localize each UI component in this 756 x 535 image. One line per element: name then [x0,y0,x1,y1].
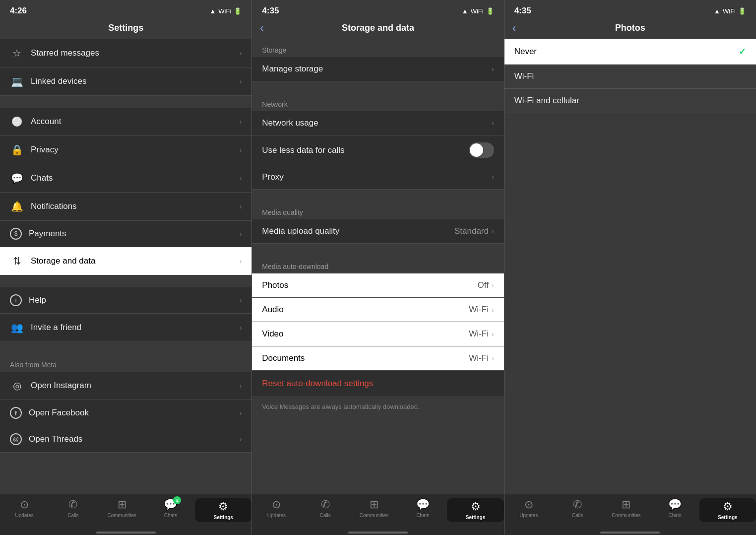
list-item-manage-storage[interactable]: Manage storage › [252,57,504,81]
autodownload-section-label: Media auto-download [252,256,504,273]
list-item-network-usage[interactable]: Network usage › [252,111,504,135]
footer-note: Voice Messages are always automatically … [252,397,504,416]
list-item-starred[interactable]: ☆ Starred messages › [0,39,252,67]
home-indicator-3 [504,532,756,535]
list-item-less-data[interactable]: Use less data for calls [252,135,504,165]
help-icon: i [10,294,22,306]
back-button-3[interactable]: ‹ [512,22,516,35]
list-item-upload-quality[interactable]: Media upload quality Standard › [252,219,504,244]
updates-icon: ⊙ [524,498,533,511]
chevron-icon: › [492,173,494,181]
panel3-content: Never ✓ Wi-Fi Wi-Fi and cellular [504,39,756,494]
chats-badge: 2 [173,496,181,504]
list-item-privacy[interactable]: 🔒 Privacy › [0,136,252,164]
tab-bar-2: ⊙ Updates ✆ Calls ⊞ Communities 💬 Chats … [252,494,504,532]
status-time-1: 4:26 [10,6,27,16]
tab-chats-3[interactable]: 💬 Chats [650,498,699,522]
communities-label: Communities [107,513,136,518]
communities-label: Communities [360,513,388,518]
storage-icon: ⇅ [10,254,24,268]
panel3-title: Photos [615,23,645,33]
list-item-payments[interactable]: $ Payments › [0,221,252,247]
list-item-photos[interactable]: Photos Off › [252,273,504,298]
chevron-icon: › [240,77,242,85]
calls-icon: ✆ [321,498,330,511]
back-button-2[interactable]: ‹ [260,22,263,35]
tab-settings[interactable]: ⚙ Settings [195,498,252,522]
updates-label: Updates [267,513,286,518]
list-item-audio[interactable]: Audio Wi-Fi › [252,298,504,322]
signal-icon: ▲ [462,7,468,15]
tab-calls-3[interactable]: ✆ Calls [553,498,602,522]
signal-icon: ▲ [209,7,216,15]
nav-bar-1: Settings [0,19,252,39]
tab-updates-3[interactable]: ⊙ Updates [504,498,553,522]
updates-label: Updates [519,513,538,518]
battery-icon: 🔋 [486,7,494,15]
wifi-cellular-label: Wi-Fi and cellular [514,96,746,106]
tab-communities-2[interactable]: ⊞ Communities [350,498,398,522]
payments-label: Payments [29,229,240,239]
list-item-video[interactable]: Video Wi-Fi › [252,322,504,346]
updates-icon: ⊙ [20,498,29,511]
chevron-icon: › [492,227,494,235]
tab-chats-2[interactable]: 💬 Chats [398,498,447,522]
settings-icon: ⚙ [723,500,733,513]
status-icons-3: ▲ WiFi 🔋 [714,7,746,15]
list-item-documents[interactable]: Documents Wi-Fi › [252,346,504,371]
network-usage-label: Network usage [262,118,492,128]
chats-icon: 💬 [416,498,430,511]
list-item-facebook[interactable]: f Open Facebook › [0,400,252,426]
list-item-linked[interactable]: 💻 Linked devices › [0,67,252,96]
chevron-icon: › [492,65,494,73]
status-time-3: 4:35 [514,6,531,16]
chevron-icon: › [240,146,242,154]
photos-panel: 4:35 ▲ WiFi 🔋 ‹ Photos Never ✓ Wi-Fi Wi-… [504,0,756,535]
list-item-proxy[interactable]: Proxy › [252,165,504,190]
tab-chats[interactable]: 💬2 Chats [146,498,195,522]
option-never[interactable]: Never ✓ [504,39,756,65]
status-bar-2: 4:35 ▲ WiFi 🔋 [252,0,504,19]
list-item-threads[interactable]: @ Open Threads › [0,426,252,453]
chevron-icon: › [492,306,494,314]
invite-icon: 👥 [10,321,24,334]
option-wifi-cellular[interactable]: Wi-Fi and cellular [504,89,756,113]
tab-settings-2[interactable]: ⚙ Settings [447,498,504,522]
list-item-notifications[interactable]: 🔔 Notifications › [0,193,252,221]
less-data-toggle[interactable] [469,142,494,158]
chevron-icon: › [492,119,494,127]
tab-bar-1: ⊙ Updates ✆ Calls ⊞ Communities 💬2 Chats… [0,494,252,532]
settings-icon: ⚙ [471,500,481,513]
list-item-invite[interactable]: 👥 Invite a friend › [0,314,252,342]
chevron-icon: › [492,354,494,362]
settings-tab-label: Settings [718,515,737,520]
audio-value: Wi-Fi [469,305,489,315]
home-indicator-1 [0,532,252,535]
settings-panel: 4:26 ▲ WiFi 🔋 Settings ☆ Starred message… [0,0,252,535]
communities-icon: ⊞ [622,498,630,511]
status-icons-1: ▲ WiFi 🔋 [209,7,242,15]
tab-updates[interactable]: ⊙ Updates [0,498,49,522]
payments-icon: $ [10,228,22,240]
tab-settings-3[interactable]: ⚙ Settings [699,498,756,522]
list-item-instagram[interactable]: ◎ Open Instagram › [0,372,252,400]
chevron-icon: › [492,281,494,289]
list-item-chats[interactable]: 💬 Chats › [0,164,252,193]
option-wifi[interactable]: Wi-Fi [504,65,756,89]
list-item-help[interactable]: i Help › [0,287,252,314]
chevron-icon: › [492,330,494,338]
facebook-label: Open Facebook [29,408,240,418]
tab-calls[interactable]: ✆ Calls [49,498,97,522]
list-item-storage[interactable]: ⇅ Storage and data › [0,247,252,275]
list-item-account[interactable]: ⚪ Account › [0,108,252,136]
reset-button[interactable]: Reset auto-download settings [252,371,504,397]
help-label: Help [29,295,240,305]
tab-updates-2[interactable]: ⊙ Updates [252,498,301,522]
storage-panel: 4:35 ▲ WiFi 🔋 ‹ Storage and data Storage… [252,0,504,535]
home-bar-1 [96,532,156,534]
tab-communities-3[interactable]: ⊞ Communities [602,498,650,522]
less-data-label: Use less data for calls [262,145,468,155]
privacy-label: Privacy [31,145,240,155]
tab-communities[interactable]: ⊞ Communities [98,498,146,522]
tab-calls-2[interactable]: ✆ Calls [301,498,350,522]
